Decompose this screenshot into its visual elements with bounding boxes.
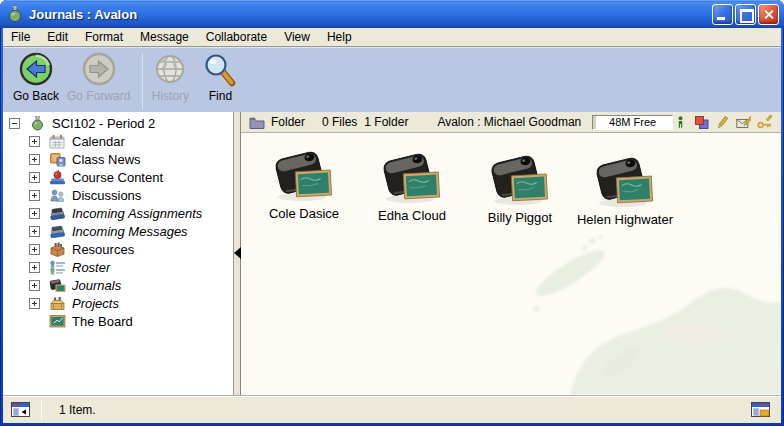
- statusbar-separator: [41, 400, 42, 420]
- collapse-pane-icon[interactable]: [234, 247, 241, 259]
- incoming-messages-icon: [49, 224, 66, 239]
- sidebar-item-the-board[interactable]: The Board: [3, 312, 233, 330]
- sidebar-item-roster[interactable]: Roster: [3, 258, 233, 276]
- flask-app-icon: [6, 5, 24, 23]
- main-panel: Folder 0 Files 1 Folder Avalon : Michael…: [241, 112, 781, 395]
- close-button[interactable]: [758, 4, 779, 25]
- collapse-icon[interactable]: [9, 118, 20, 129]
- sidebar-item-incoming-messages[interactable]: Incoming Messages: [3, 222, 233, 240]
- toolbar-separator: [142, 53, 143, 109]
- content-area: SCI102 - Period 2 Calendar: [3, 112, 781, 395]
- toggle-right-pane-icon[interactable]: [751, 402, 771, 418]
- journal-item-cole-dasice[interactable]: Cole Dasice: [249, 147, 359, 221]
- course-content-icon: [49, 170, 66, 185]
- journal-item-helen-highwater[interactable]: Helen Highwater: [570, 153, 680, 227]
- journal-item-edha-cloud[interactable]: Edha Cloud: [357, 149, 467, 223]
- key-icon[interactable]: [757, 115, 772, 130]
- go-back-label: Go Back: [13, 89, 59, 103]
- find-button[interactable]: Find: [201, 51, 239, 103]
- app-window: Journals : Avalon File Edit Format Messa…: [0, 0, 784, 426]
- sidebar-label: SCI102 - Period 2: [52, 116, 155, 131]
- folder-contents: Cole Dasice: [241, 133, 781, 395]
- sidebar-item-sci102[interactable]: SCI102 - Period 2: [3, 114, 233, 132]
- compose-mail-icon[interactable]: [736, 115, 751, 130]
- menu-view[interactable]: View: [284, 30, 310, 44]
- sidebar-label: Class News: [72, 152, 141, 167]
- maximize-button[interactable]: [735, 4, 756, 25]
- menu-bar: File Edit Format Message Collaborate Vie…: [3, 28, 781, 47]
- status-bar: 1 Item.: [3, 395, 781, 423]
- find-label: Find: [209, 89, 232, 103]
- folder-header-bar: Folder 0 Files 1 Folder Avalon : Michael…: [241, 112, 781, 133]
- folder-icon: [249, 116, 265, 129]
- person-icon[interactable]: [673, 115, 688, 130]
- toolbar: Go Back Go Forward History: [3, 47, 781, 112]
- journals-icon: [49, 278, 66, 293]
- sidebar-label: Projects: [72, 296, 119, 311]
- menu-collaborate[interactable]: Collaborate: [206, 30, 267, 44]
- free-space-gauge: 48M Free: [592, 115, 673, 130]
- expand-spacer: [29, 316, 40, 327]
- menu-help[interactable]: Help: [327, 30, 352, 44]
- go-forward-label: Go Forward: [67, 89, 130, 103]
- sidebar-item-incoming-assignments[interactable]: Incoming Assignments: [3, 204, 233, 222]
- sidebar-label: Roster: [72, 260, 110, 275]
- journal-book-icon: [272, 147, 336, 205]
- journal-item-label: Edha Cloud: [378, 208, 446, 223]
- expand-icon[interactable]: [29, 280, 40, 291]
- sidebar-item-projects[interactable]: Projects: [3, 294, 233, 312]
- sidebar-label: Resources: [72, 242, 134, 257]
- sidebar-item-resources[interactable]: Resources: [3, 240, 233, 258]
- menu-format[interactable]: Format: [85, 30, 123, 44]
- sidebar-label: Discussions: [72, 188, 141, 203]
- expand-icon[interactable]: [29, 298, 40, 309]
- expand-icon[interactable]: [29, 208, 40, 219]
- sidebar-item-course-content[interactable]: Course Content: [3, 168, 233, 186]
- go-forward-button[interactable]: Go Forward: [67, 51, 130, 103]
- flask-icon: [29, 116, 46, 131]
- journal-item-label: Cole Dasice: [269, 206, 339, 221]
- pencil-icon[interactable]: [715, 115, 730, 130]
- sidebar-label: Calendar: [72, 134, 125, 149]
- sidebar-item-class-news[interactable]: Class News: [3, 150, 233, 168]
- history-button[interactable]: History: [151, 51, 189, 103]
- history-label: History: [152, 89, 189, 103]
- files-count: 0 Files: [322, 115, 357, 129]
- sidebar-label: Journals: [72, 278, 121, 293]
- journal-book-icon: [593, 153, 657, 211]
- class-news-icon: [49, 152, 66, 167]
- layers-icon[interactable]: [694, 115, 709, 130]
- journal-item-billy-piggot[interactable]: Billy Piggot: [465, 151, 575, 225]
- board-icon: [49, 314, 66, 329]
- discussions-icon: [49, 188, 66, 203]
- expand-icon[interactable]: [29, 226, 40, 237]
- menu-edit[interactable]: Edit: [47, 30, 68, 44]
- incoming-assignments-icon: [49, 206, 66, 221]
- title-bar[interactable]: Journals : Avalon: [0, 0, 784, 28]
- sidebar-item-calendar[interactable]: Calendar: [3, 132, 233, 150]
- menu-file[interactable]: File: [11, 30, 30, 44]
- sidebar-item-discussions[interactable]: Discussions: [3, 186, 233, 204]
- projects-icon: [49, 296, 66, 311]
- journal-item-label: Helen Highwater: [577, 212, 673, 227]
- expand-icon[interactable]: [29, 136, 40, 147]
- expand-icon[interactable]: [29, 244, 40, 255]
- sidebar-label: Incoming Messages: [72, 224, 188, 239]
- expand-icon[interactable]: [29, 190, 40, 201]
- expand-icon[interactable]: [29, 154, 40, 165]
- journal-book-icon: [380, 149, 444, 207]
- resources-icon: [49, 242, 66, 257]
- roster-icon: [49, 260, 66, 275]
- sidebar-label: The Board: [72, 314, 133, 329]
- window-title: Journals : Avalon: [29, 7, 712, 22]
- toggle-left-pane-icon[interactable]: [11, 402, 31, 418]
- go-back-button[interactable]: Go Back: [13, 51, 59, 103]
- go-forward-icon: [80, 51, 118, 89]
- expand-icon[interactable]: [29, 262, 40, 273]
- sidebar-item-journals[interactable]: Journals: [3, 276, 233, 294]
- minimize-button[interactable]: [712, 4, 733, 25]
- menu-message[interactable]: Message: [140, 30, 189, 44]
- header-status-icons: [673, 115, 772, 130]
- pane-splitter[interactable]: [234, 112, 241, 395]
- expand-icon[interactable]: [29, 172, 40, 183]
